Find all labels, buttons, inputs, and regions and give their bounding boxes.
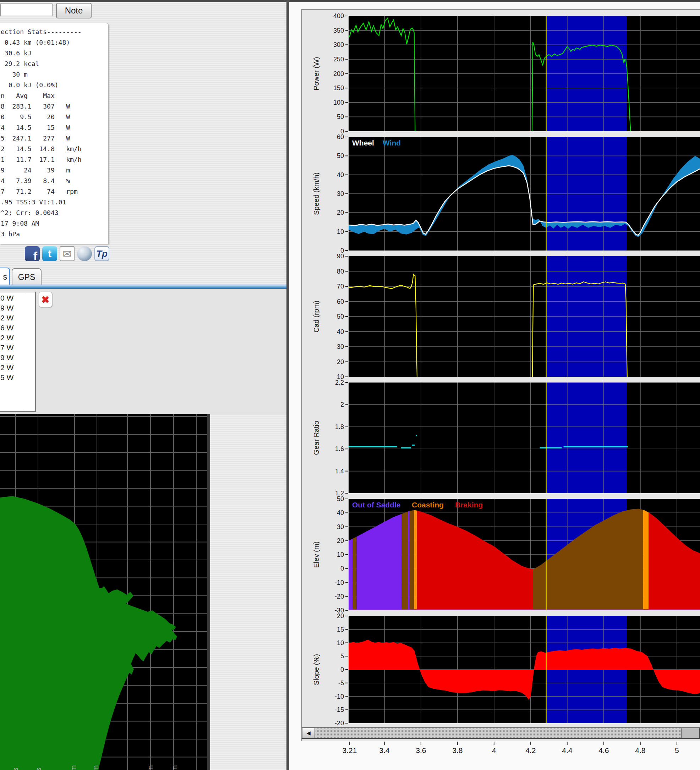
svg-text:20: 20: [337, 358, 344, 366]
legend-wind: Wind: [382, 139, 401, 147]
svg-text:20: 20: [337, 209, 344, 216]
svg-text:-5: -5: [338, 679, 344, 687]
delete-interval-button[interactable]: ✖: [39, 292, 52, 307]
mean-max-x-label: s: [34, 767, 42, 770]
ride-charts[interactable]: 050100150200250300350400Power (W)0102030…: [289, 0, 700, 770]
chart-slope[interactable]: -20-15-10-505101520Slope (%): [313, 613, 700, 727]
interval-power-list[interactable]: 0 W9 W2 W6 W2 W7 W9 W2 W5 W: [0, 292, 36, 412]
legend-braking: Braking: [455, 501, 483, 509]
tab-partial[interactable]: s: [0, 267, 10, 285]
svg-text:2.2: 2.2: [335, 379, 344, 386]
tab-gps[interactable]: GPS: [12, 268, 42, 285]
svg-text:-10: -10: [335, 579, 344, 586]
interval-list-item[interactable]: 9 W: [0, 303, 25, 313]
mean-max-x-label: m: [70, 765, 78, 770]
svg-text:-20: -20: [335, 720, 344, 727]
email-icon[interactable]: ✉: [60, 246, 75, 261]
scrollbar-thumb[interactable]: [681, 728, 699, 738]
interval-list-item[interactable]: 7 W: [0, 343, 25, 353]
svg-text:1.8: 1.8: [335, 423, 344, 430]
selection-stats-panel: ection Stats--------- 0.43 km (0:01:48) …: [0, 23, 109, 244]
terrain-zone: [414, 510, 417, 610]
interval-list-item[interactable]: 0 W: [0, 293, 25, 303]
svg-text:50: 50: [337, 113, 344, 120]
mean-max-x-label: m: [146, 765, 154, 770]
svg-text:70: 70: [337, 283, 344, 290]
chart-cadence[interactable]: 102030405060708090Cad (rpm): [313, 252, 700, 380]
chart-power[interactable]: 050100150200250300350400Power (W): [313, 13, 700, 135]
svg-text:4.8: 4.8: [635, 746, 645, 754]
svg-text:40: 40: [337, 171, 344, 178]
svg-text:200: 200: [333, 70, 344, 78]
svg-text:3.21: 3.21: [342, 746, 357, 754]
interval-list-item[interactable]: 6 W: [0, 323, 25, 333]
svg-text:4.2: 4.2: [525, 746, 536, 754]
facebook-icon[interactable]: f: [25, 246, 40, 261]
svg-text:5: 5: [675, 746, 679, 754]
svg-text:250: 250: [333, 56, 344, 63]
svg-text:150: 150: [333, 84, 344, 92]
svg-text:-20: -20: [335, 593, 344, 600]
twitter-icon[interactable]: t: [42, 246, 57, 261]
svg-text:3.4: 3.4: [379, 746, 390, 754]
terrain-zone: [348, 539, 353, 610]
svg-text:20: 20: [337, 537, 344, 544]
svg-text:10: 10: [337, 551, 344, 558]
svg-text:5: 5: [340, 652, 344, 660]
power-axis-label: Power (W): [313, 57, 320, 90]
svg-text:90: 90: [337, 252, 344, 260]
chart-gear-ratio[interactable]: 1.21.41.61.822.2Gear Ratio: [313, 379, 700, 497]
svg-text:15: 15: [337, 626, 344, 633]
svg-text:60: 60: [337, 298, 344, 305]
svg-text:-15: -15: [335, 706, 344, 713]
svg-text:10: 10: [337, 228, 344, 235]
legend-wheel: Wheel: [352, 139, 374, 147]
svg-text:30: 30: [337, 523, 344, 531]
mean-max-x-label: m: [170, 765, 178, 770]
interval-list-item[interactable]: 2 W: [0, 313, 25, 323]
svg-text:0: 0: [340, 666, 344, 673]
note-button[interactable]: Note: [56, 3, 92, 18]
svg-text:40: 40: [337, 509, 344, 516]
svg-text:50: 50: [337, 152, 344, 159]
svg-text:-10: -10: [335, 693, 344, 700]
google-earth-icon[interactable]: [77, 246, 92, 261]
mean-max-chart: ssmmmm: [0, 414, 210, 770]
terrain-zone: [408, 511, 410, 610]
terrain-zone: [353, 537, 357, 611]
slope-axis-label: Slope (%): [313, 654, 320, 685]
terrain-zone: [402, 511, 408, 610]
horizontal-scrollbar[interactable]: ◀: [302, 728, 700, 739]
svg-text:50: 50: [337, 495, 344, 503]
trainingpeaks-icon[interactable]: Tp: [94, 246, 109, 261]
interval-list-item[interactable]: 2 W: [0, 362, 25, 372]
svg-text:1.4: 1.4: [335, 467, 344, 475]
svg-text:4.4: 4.4: [562, 746, 572, 754]
chart-elevation[interactable]: -30-20-1001020304050Elev (m)Out of Saddl…: [313, 495, 700, 614]
interval-list-item[interactable]: 5 W: [0, 372, 25, 382]
svg-text:4: 4: [492, 746, 496, 754]
interval-list-item[interactable]: 2 W: [0, 333, 25, 343]
scroll-left-button[interactable]: ◀: [303, 728, 315, 738]
mean-max-x-label: s: [11, 767, 19, 770]
svg-text:80: 80: [337, 268, 344, 275]
gear-ratio-axis-label: Gear Ratio: [313, 421, 320, 455]
interval-list-item[interactable]: 9 W: [0, 353, 25, 362]
svg-text:300: 300: [333, 41, 344, 48]
share-icon-row: f t ✉ Tp: [25, 246, 113, 262]
left-panel: Note ection Stats--------- 0.43 km (0:01…: [0, 2, 287, 770]
svg-text:10: 10: [337, 639, 344, 647]
panel-divider[interactable]: [287, 0, 289, 770]
scrollbar-track[interactable]: [315, 728, 681, 738]
terrain-zone: [410, 510, 414, 610]
svg-text:100: 100: [333, 99, 344, 106]
chart-speed[interactable]: 0102030405060Speed (km/h)WheelWind: [313, 133, 700, 254]
selection-band: [546, 382, 627, 493]
interval-name-input[interactable]: [0, 3, 52, 16]
svg-text:60: 60: [337, 133, 344, 141]
svg-text:1.6: 1.6: [335, 445, 344, 453]
svg-text:30: 30: [337, 190, 344, 197]
svg-text:40: 40: [337, 328, 344, 335]
selection-stats-text: ection Stats--------- 0.43 km (0:01:48) …: [1, 27, 108, 239]
cadence-axis-label: Cad (rpm): [313, 301, 320, 333]
